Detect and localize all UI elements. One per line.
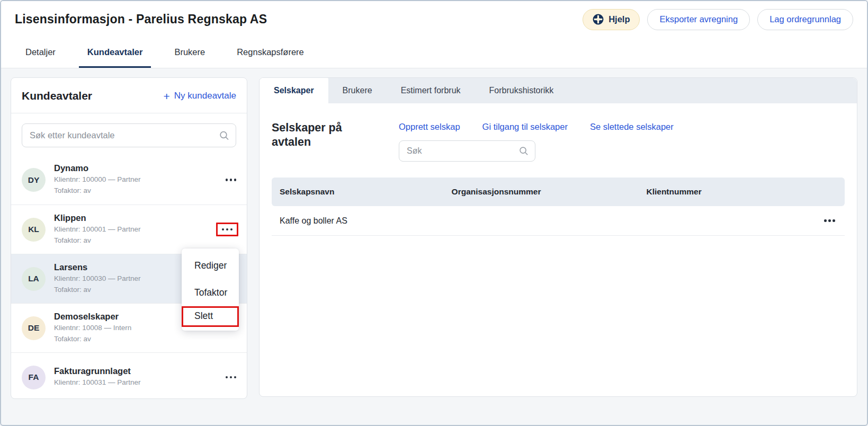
avatar: KL	[22, 218, 46, 242]
page-title: Lisensinformasjon - Parelius Regnskap AS	[15, 12, 267, 26]
annotation-highlight-box	[216, 223, 239, 237]
agreement-name: Klippen	[54, 213, 208, 223]
app-header: Lisensinformasjon - Parelius Regnskap AS…	[1, 1, 867, 38]
company-row[interactable]: Kaffe og boller AS	[272, 206, 845, 236]
agreement-row-klippen[interactable]: KL Klippen Klientnr: 100001 — Partner To…	[11, 205, 247, 254]
create-order-basis-button[interactable]: Lag ordregrunnlag	[757, 9, 853, 30]
row-actions-context-menu: Rediger Tofaktor Slett	[182, 248, 239, 331]
export-settlement-button[interactable]: Eksporter avregning	[647, 9, 750, 30]
main-tabbar: Detaljer Kundeavtaler Brukere Regnskapsf…	[1, 38, 867, 68]
avatar: DE	[22, 316, 46, 340]
agreement-tofaktor: Tofaktor: av	[54, 334, 215, 345]
agreements-panel-header: Kundeavtaler + Ny kundeavtale	[11, 78, 247, 113]
new-agreement-label: Ny kundeavtale	[174, 91, 236, 101]
tab-brukere[interactable]: Brukere	[166, 38, 213, 68]
details-tabstrip: Selskaper Brukere Estimert forbruk Forbr…	[259, 78, 857, 103]
tab-brukere-right[interactable]: Brukere	[328, 78, 387, 103]
company-name: Kaffe og boller AS	[272, 216, 444, 226]
agreement-meta: Klientnr: 100031 — Partner	[54, 377, 215, 388]
row-actions-button[interactable]	[223, 373, 239, 382]
companies-table-header: Selskapsnavn Organisasjonsnummer Klientn…	[272, 178, 845, 206]
lifebuoy-help-icon	[593, 14, 604, 25]
menu-item-slett[interactable]: Slett	[182, 306, 239, 327]
view-deleted-companies-link[interactable]: Se slettede selskaper	[590, 122, 674, 132]
companies-header-section: Selskaper på avtalen Opprett selskap Gi …	[272, 121, 845, 162]
tab-selskaper[interactable]: Selskaper	[259, 78, 328, 103]
agreement-text: Fakturagrunnlaget Klientnr: 100031 — Par…	[54, 366, 215, 388]
kebab-icon	[222, 228, 225, 231]
avatar: LA	[22, 267, 46, 291]
help-button[interactable]: Hjelp	[583, 9, 640, 30]
companies-table: Selskapsnavn Organisasjonsnummer Klientn…	[272, 178, 845, 236]
agreement-meta: Klientnr: 100000 — Partner	[54, 174, 215, 185]
agreement-tofaktor: Tofaktor: av	[54, 185, 215, 197]
tab-kundeavtaler[interactable]: Kundeavtaler	[79, 38, 151, 68]
search-icon	[519, 146, 529, 156]
row-actions-button[interactable]	[223, 175, 239, 184]
agreement-name: Fakturagrunnlaget	[54, 366, 215, 376]
agreements-panel-title: Kundeavtaler	[22, 90, 92, 102]
agreement-row-fakturagrunnlaget[interactable]: FA Fakturagrunnlaget Klientnr: 100031 — …	[11, 352, 247, 399]
kebab-icon	[226, 376, 228, 379]
search-icon	[219, 130, 229, 140]
agreement-tofaktor: Tofaktor: av	[54, 235, 208, 246]
plus-icon: +	[164, 91, 170, 102]
tab-estimert-forbruk[interactable]: Estimert forbruk	[387, 78, 475, 103]
kebab-icon	[824, 219, 827, 222]
agreement-search	[22, 123, 236, 147]
kebab-icon	[226, 179, 228, 181]
company-search	[399, 140, 535, 162]
agreement-text: Klippen Klientnr: 100001 — Partner Tofak…	[54, 213, 208, 246]
companies-heading: Selskaper på avtalen	[272, 121, 399, 162]
col-klientnummer: Klientnummer	[638, 187, 793, 197]
col-organisasjonsnummer: Organisasjonsnummer	[444, 187, 639, 197]
grant-access-link[interactable]: Gi tilgang til selskaper	[482, 122, 568, 132]
avatar: FA	[22, 366, 46, 389]
agreement-details-panel: Selskaper Brukere Estimert forbruk Forbr…	[259, 77, 857, 397]
menu-item-tofaktor[interactable]: Tofaktor	[182, 279, 239, 306]
create-company-link[interactable]: Opprett selskap	[399, 122, 460, 132]
details-body: Selskaper på avtalen Opprett selskap Gi …	[259, 103, 857, 396]
companies-actions: Opprett selskap Gi tilgang til selskaper…	[399, 121, 845, 162]
create-order-basis-label: Lag ordregrunnlag	[769, 14, 841, 24]
row-actions-button-highlighted[interactable]	[221, 227, 234, 232]
menu-item-rediger[interactable]: Rediger	[182, 252, 239, 279]
company-row-actions-button[interactable]	[822, 216, 837, 225]
content-area: Kundeavtaler + Ny kundeavtale DY Dynamo …	[1, 68, 867, 399]
col-selskapsnavn: Selskapsnavn	[272, 187, 444, 197]
new-agreement-link[interactable]: + Ny kundeavtale	[164, 91, 236, 102]
agreement-meta: Klientnr: 100001 — Partner	[54, 224, 208, 235]
company-actions-cell	[793, 216, 845, 225]
avatar: DY	[22, 168, 46, 192]
company-search-input[interactable]	[399, 140, 535, 162]
agreement-row-dynamo[interactable]: DY Dynamo Klientnr: 100000 — Partner Tof…	[11, 155, 247, 205]
agreement-name: Dynamo	[54, 163, 215, 173]
tab-regnskapsforere[interactable]: Regnskapsførere	[228, 38, 312, 68]
companies-links: Opprett selskap Gi tilgang til selskaper…	[399, 122, 845, 132]
tab-forbrukshistorikk[interactable]: Forbrukshistorikk	[475, 78, 568, 103]
export-settlement-label: Eksporter avregning	[659, 14, 738, 24]
tab-detaljer[interactable]: Detaljer	[17, 38, 64, 68]
agreement-text: Dynamo Klientnr: 100000 — Partner Tofakt…	[54, 163, 215, 197]
agreement-search-input[interactable]	[22, 123, 236, 147]
help-button-label: Hjelp	[609, 14, 630, 24]
header-actions: Hjelp Eksporter avregning Lag ordregrunn…	[583, 9, 853, 30]
customer-agreements-panel: Kundeavtaler + Ny kundeavtale DY Dynamo …	[11, 77, 247, 399]
